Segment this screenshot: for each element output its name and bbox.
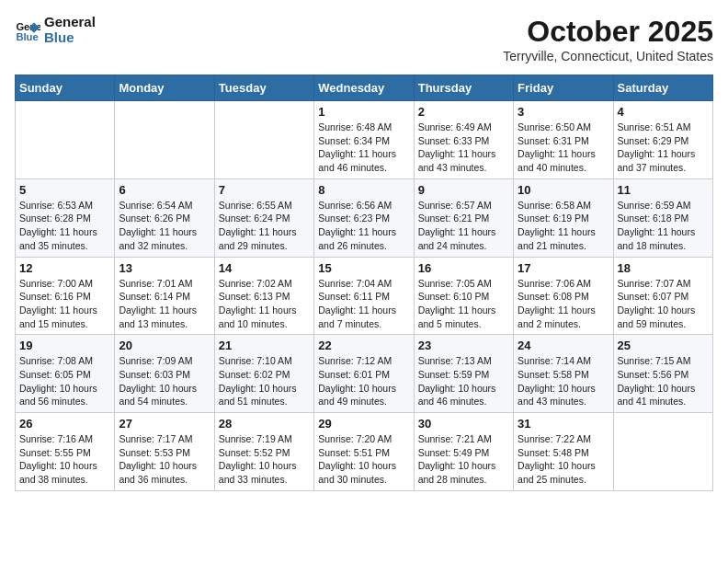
day-info: Sunrise: 6:54 AM Sunset: 6:26 PM Dayligh…	[119, 199, 210, 253]
logo-general: General	[44, 15, 96, 30]
day-info: Sunrise: 7:13 AM Sunset: 5:59 PM Dayligh…	[418, 354, 509, 408]
day-info: Sunrise: 7:17 AM Sunset: 5:53 PM Dayligh…	[119, 432, 210, 487]
day-info: Sunrise: 7:00 AM Sunset: 6:16 PM Dayligh…	[19, 277, 110, 331]
day-number: 23	[418, 339, 509, 352]
day-number: 2	[418, 105, 509, 119]
calendar-cell: 23Sunrise: 7:13 AM Sunset: 5:59 PM Dayli…	[414, 335, 513, 413]
day-info: Sunrise: 6:56 AM Sunset: 6:23 PM Dayligh…	[318, 199, 409, 253]
day-number: 13	[119, 261, 210, 275]
calendar-cell: 15Sunrise: 7:04 AM Sunset: 6:11 PM Dayli…	[314, 257, 414, 335]
calendar-cell: 16Sunrise: 7:05 AM Sunset: 6:10 PM Dayli…	[414, 257, 513, 335]
day-header-tuesday: Tuesday	[214, 75, 313, 101]
day-number: 29	[318, 417, 409, 431]
day-number: 16	[418, 261, 509, 275]
day-number: 28	[219, 417, 310, 431]
day-info: Sunrise: 6:49 AM Sunset: 6:33 PM Dayligh…	[418, 121, 509, 175]
day-number: 17	[518, 261, 609, 275]
calendar-cell: 10Sunrise: 6:58 AM Sunset: 6:19 PM Dayli…	[514, 178, 613, 257]
calendar-cell	[214, 101, 313, 179]
day-header-thursday: Thursday	[414, 75, 513, 101]
day-number: 26	[19, 417, 110, 431]
day-number: 8	[318, 183, 409, 197]
logo-icon: General Blue	[15, 17, 40, 43]
calendar-week-4: 19Sunrise: 7:08 AM Sunset: 6:05 PM Dayli…	[16, 335, 713, 413]
location: Terryville, Connecticut, United States	[503, 49, 713, 63]
calendar-week-3: 12Sunrise: 7:00 AM Sunset: 6:16 PM Dayli…	[16, 257, 713, 335]
calendar-cell: 13Sunrise: 7:01 AM Sunset: 6:14 PM Dayli…	[115, 257, 214, 335]
day-info: Sunrise: 7:19 AM Sunset: 5:52 PM Dayligh…	[219, 432, 310, 487]
day-info: Sunrise: 7:07 AM Sunset: 6:07 PM Dayligh…	[618, 277, 709, 331]
day-info: Sunrise: 7:10 AM Sunset: 6:02 PM Dayligh…	[219, 354, 310, 408]
day-number: 20	[119, 339, 210, 352]
calendar-cell: 30Sunrise: 7:21 AM Sunset: 5:49 PM Dayli…	[414, 413, 513, 491]
day-info: Sunrise: 6:57 AM Sunset: 6:21 PM Dayligh…	[418, 199, 509, 253]
day-info: Sunrise: 7:12 AM Sunset: 6:01 PM Dayligh…	[318, 354, 409, 408]
day-number: 31	[518, 417, 609, 431]
calendar-cell	[16, 101, 115, 179]
calendar-cell: 31Sunrise: 7:22 AM Sunset: 5:48 PM Dayli…	[514, 413, 613, 491]
svg-text:Blue: Blue	[16, 30, 38, 41]
title-block: October 2025 Terryville, Connecticut, Un…	[503, 15, 713, 63]
day-info: Sunrise: 7:15 AM Sunset: 5:56 PM Dayligh…	[618, 354, 709, 408]
day-info: Sunrise: 7:09 AM Sunset: 6:03 PM Dayligh…	[119, 354, 210, 408]
calendar-cell: 22Sunrise: 7:12 AM Sunset: 6:01 PM Dayli…	[314, 335, 414, 413]
day-number: 21	[219, 339, 310, 352]
day-number: 25	[618, 339, 709, 352]
calendar-week-1: 1Sunrise: 6:48 AM Sunset: 6:34 PM Daylig…	[16, 101, 713, 179]
day-number: 11	[618, 183, 709, 197]
day-info: Sunrise: 6:51 AM Sunset: 6:29 PM Dayligh…	[618, 121, 709, 175]
day-info: Sunrise: 7:20 AM Sunset: 5:51 PM Dayligh…	[318, 432, 409, 487]
day-info: Sunrise: 7:22 AM Sunset: 5:48 PM Dayligh…	[518, 432, 609, 487]
day-number: 19	[19, 339, 110, 352]
day-number: 30	[418, 417, 509, 431]
day-info: Sunrise: 7:05 AM Sunset: 6:10 PM Dayligh…	[418, 277, 509, 331]
day-number: 1	[318, 105, 409, 119]
day-number: 10	[518, 183, 609, 197]
calendar-cell: 9Sunrise: 6:57 AM Sunset: 6:21 PM Daylig…	[414, 178, 513, 257]
calendar-cell: 26Sunrise: 7:16 AM Sunset: 5:55 PM Dayli…	[16, 413, 115, 491]
calendar-cell: 20Sunrise: 7:09 AM Sunset: 6:03 PM Dayli…	[115, 335, 214, 413]
day-info: Sunrise: 6:53 AM Sunset: 6:28 PM Dayligh…	[19, 199, 110, 253]
calendar-cell: 25Sunrise: 7:15 AM Sunset: 5:56 PM Dayli…	[613, 335, 712, 413]
day-info: Sunrise: 7:08 AM Sunset: 6:05 PM Dayligh…	[19, 354, 110, 408]
calendar-cell: 12Sunrise: 7:00 AM Sunset: 6:16 PM Dayli…	[16, 257, 115, 335]
day-number: 14	[219, 261, 310, 275]
day-number: 4	[618, 105, 709, 119]
calendar-cell: 29Sunrise: 7:20 AM Sunset: 5:51 PM Dayli…	[314, 413, 414, 491]
calendar-cell: 2Sunrise: 6:49 AM Sunset: 6:33 PM Daylig…	[414, 101, 513, 179]
day-info: Sunrise: 6:48 AM Sunset: 6:34 PM Dayligh…	[318, 121, 409, 175]
logo-blue: Blue	[44, 30, 96, 46]
month-title: October 2025	[503, 15, 713, 49]
day-number: 12	[19, 261, 110, 275]
calendar-cell: 7Sunrise: 6:55 AM Sunset: 6:24 PM Daylig…	[214, 178, 313, 257]
day-info: Sunrise: 7:06 AM Sunset: 6:08 PM Dayligh…	[518, 277, 609, 331]
calendar-cell: 3Sunrise: 6:50 AM Sunset: 6:31 PM Daylig…	[514, 101, 613, 179]
calendar-cell: 28Sunrise: 7:19 AM Sunset: 5:52 PM Dayli…	[214, 413, 313, 491]
calendar-week-5: 26Sunrise: 7:16 AM Sunset: 5:55 PM Dayli…	[16, 413, 713, 491]
day-info: Sunrise: 6:59 AM Sunset: 6:18 PM Dayligh…	[618, 199, 709, 253]
day-header-saturday: Saturday	[613, 75, 712, 101]
calendar-cell: 1Sunrise: 6:48 AM Sunset: 6:34 PM Daylig…	[314, 101, 414, 179]
calendar-cell: 8Sunrise: 6:56 AM Sunset: 6:23 PM Daylig…	[314, 178, 414, 257]
calendar-cell	[115, 101, 214, 179]
calendar-cell: 24Sunrise: 7:14 AM Sunset: 5:58 PM Dayli…	[514, 335, 613, 413]
day-header-monday: Monday	[115, 75, 214, 101]
calendar-cell: 5Sunrise: 6:53 AM Sunset: 6:28 PM Daylig…	[16, 178, 115, 257]
calendar-cell: 18Sunrise: 7:07 AM Sunset: 6:07 PM Dayli…	[613, 257, 712, 335]
calendar: SundayMondayTuesdayWednesdayThursdayFrid…	[15, 75, 713, 491]
day-info: Sunrise: 7:14 AM Sunset: 5:58 PM Dayligh…	[518, 354, 609, 408]
day-number: 27	[119, 417, 210, 431]
day-number: 22	[318, 339, 409, 352]
calendar-cell: 27Sunrise: 7:17 AM Sunset: 5:53 PM Dayli…	[115, 413, 214, 491]
logo: General Blue General Blue	[15, 15, 96, 45]
day-info: Sunrise: 7:21 AM Sunset: 5:49 PM Dayligh…	[418, 432, 509, 487]
calendar-week-2: 5Sunrise: 6:53 AM Sunset: 6:28 PM Daylig…	[16, 178, 713, 257]
day-header-wednesday: Wednesday	[314, 75, 414, 101]
day-number: 9	[418, 183, 509, 197]
day-number: 7	[219, 183, 310, 197]
day-info: Sunrise: 7:02 AM Sunset: 6:13 PM Dayligh…	[219, 277, 310, 331]
calendar-header-row: SundayMondayTuesdayWednesdayThursdayFrid…	[16, 75, 713, 101]
calendar-cell: 14Sunrise: 7:02 AM Sunset: 6:13 PM Dayli…	[214, 257, 313, 335]
day-info: Sunrise: 6:50 AM Sunset: 6:31 PM Dayligh…	[518, 121, 609, 175]
day-info: Sunrise: 7:16 AM Sunset: 5:55 PM Dayligh…	[19, 432, 110, 487]
